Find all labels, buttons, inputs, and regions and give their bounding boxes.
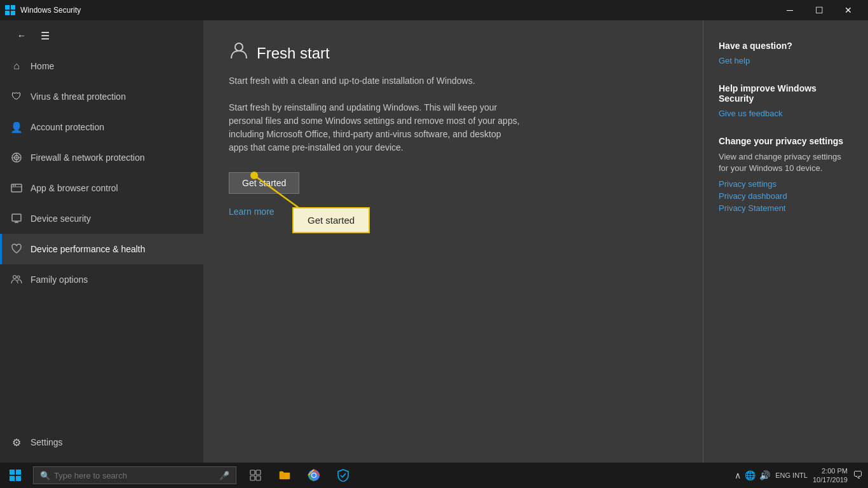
clock-date: 10/17/2019 [813,475,848,484]
network-icon [10,151,23,164]
sidebar-item-virus[interactable]: 🛡 Virus & threat protection [0,81,203,112]
svg-rect-12 [12,214,21,221]
settings-icon: ⚙ [10,436,23,449]
svg-rect-1 [11,5,15,10]
sidebar-item-label-settings: Settings [31,437,63,447]
minimize-button[interactable]: ─ [775,0,804,20]
main-content: Fresh start Start fresh with a clean and… [203,20,703,463]
hamburger-icon[interactable]: ☰ [41,30,50,42]
privacy-dashboard-link[interactable]: Privacy dashboard [719,191,853,201]
network-tray-icon[interactable]: 🌐 [745,470,756,480]
security-button[interactable] [329,463,357,488]
svg-rect-23 [10,476,15,481]
taskbar: 🔍 🎤 [0,463,868,488]
taskbar-system-icons: ∧ 🌐 🔊 [735,470,770,480]
lang-display: ENG INTL [775,471,808,479]
svg-point-31 [312,473,316,477]
sidebar-item-label-account: Account protection [31,122,104,132]
taskbar-right: ∧ 🌐 🔊 ENG INTL 2:00 PM 10/17/2019 🗨 [735,466,868,485]
title-bar: Windows Security ─ ☐ ✕ [0,0,868,20]
svg-point-10 [13,185,14,186]
search-icon: 🔍 [40,471,50,480]
volume-icon[interactable]: 🔊 [759,470,770,480]
get-started-button[interactable]: Get started [229,172,299,194]
task-view-icon [250,470,261,481]
start-button[interactable] [0,463,31,488]
file-explorer-icon [278,470,291,481]
get-started-callout: Get started [292,207,370,233]
back-icon: ← [17,30,26,41]
maximize-button[interactable]: ☐ [804,0,834,20]
family-icon [10,273,23,286]
svg-rect-24 [16,476,21,481]
right-section-privacy-body: View and change privacy settings for you… [719,151,853,174]
page-title: Fresh start [257,44,330,62]
windows-logo-icon [10,470,21,481]
get-started-annotation-wrapper: Get started Get started [229,172,299,194]
sidebar-item-label-family: Family options [31,274,88,285]
get-help-link[interactable]: Get help [719,56,853,65]
lang-label: ENG INTL [775,471,808,479]
app-icon [5,5,15,15]
sidebar-item-settings[interactable]: ⚙ Settings [0,427,203,458]
browser-icon [10,182,23,194]
system-clock[interactable]: 2:00 PM 10/17/2019 [813,466,848,485]
back-button[interactable]: ← [10,24,33,47]
person-icon: 👤 [10,121,23,133]
search-input[interactable] [54,471,215,480]
svg-point-15 [13,276,17,279]
sidebar-item-account[interactable]: 👤 Account protection [0,112,203,142]
taskbar-apps [241,463,357,488]
chrome-icon [308,469,320,482]
sidebar-item-label-device-security: Device security [31,214,91,224]
sidebar-item-app-browser[interactable]: App & browser control [0,173,203,203]
right-section-feedback: Help improve Windows Security Give us fe… [719,83,853,118]
privacy-settings-link[interactable]: Privacy settings [719,179,853,189]
sidebar-item-device-performance[interactable]: Device performance & health [0,234,203,264]
page-description: Start fresh by reinstalling and updating… [229,101,521,154]
svg-point-17 [235,43,243,51]
right-panel: Have a question? Get help Help improve W… [703,20,868,463]
svg-rect-25 [250,470,255,475]
svg-rect-28 [256,476,261,480]
svg-rect-0 [5,5,10,10]
privacy-statement-link[interactable]: Privacy Statement [719,203,853,213]
sidebar: ← ☰ ⌂ Home 🛡 Virus & threat protection 👤… [0,20,203,463]
page-header-icon [229,41,249,65]
sidebar-item-label-firewall: Firewall & network protection [31,152,145,163]
home-icon: ⌂ [10,60,23,72]
svg-rect-22 [16,470,21,475]
right-section-help: Have a question? Get help [719,41,853,65]
sidebar-bottom: ⚙ Settings [0,427,203,463]
shield-icon: 🛡 [10,90,23,103]
sidebar-item-firewall[interactable]: Firewall & network protection [0,142,203,173]
sidebar-item-family[interactable]: Family options [0,264,203,295]
right-section-help-title: Have a question? [719,41,853,51]
title-bar-left: Windows Security [5,5,81,15]
svg-rect-3 [11,11,15,15]
notification-tray-icon[interactable]: ∧ [735,470,741,480]
device-security-icon [10,212,23,225]
app-window: ← ☰ ⌂ Home 🛡 Virus & threat protection 👤… [0,20,868,463]
sidebar-item-label-home: Home [31,61,54,71]
right-section-feedback-title: Help improve Windows Security [719,83,853,104]
microphone-icon[interactable]: 🎤 [219,471,229,480]
task-view-button[interactable] [241,463,269,488]
sidebar-item-device-security[interactable]: Device security [0,203,203,234]
svg-point-11 [15,185,16,186]
sidebar-item-label-virus: Virus & threat protection [31,92,126,102]
sidebar-item-label-app-browser: App & browser control [31,183,118,193]
right-section-privacy-title: Change your privacy settings [719,136,853,146]
title-bar-controls: ─ ☐ ✕ [775,0,863,20]
taskbar-search-bar[interactable]: 🔍 🎤 [33,466,236,484]
svg-point-16 [17,276,20,278]
file-explorer-button[interactable] [271,463,299,488]
close-button[interactable]: ✕ [834,0,863,20]
chrome-button[interactable] [300,463,328,488]
sidebar-item-home[interactable]: ⌂ Home [0,51,203,81]
svg-rect-2 [5,11,10,15]
feedback-link[interactable]: Give us feedback [719,109,853,118]
svg-rect-26 [256,470,261,475]
sidebar-header: ← ☰ [0,20,203,51]
notification-center-icon[interactable]: 🗨 [853,470,863,481]
